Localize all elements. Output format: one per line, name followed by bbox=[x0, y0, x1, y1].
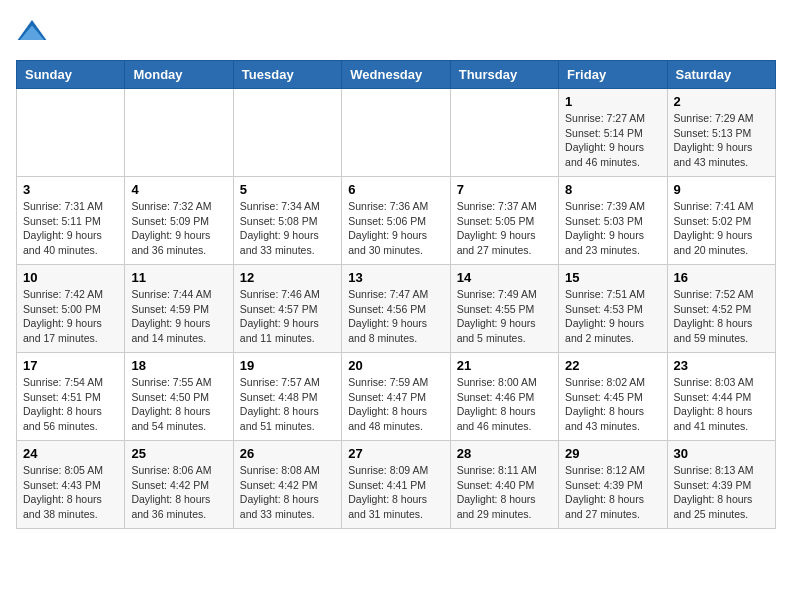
cell-2-2: 12Sunrise: 7:46 AM Sunset: 4:57 PM Dayli… bbox=[233, 265, 341, 353]
header-sunday: Sunday bbox=[17, 61, 125, 89]
header-friday: Friday bbox=[559, 61, 667, 89]
cell-1-1: 4Sunrise: 7:32 AM Sunset: 5:09 PM Daylig… bbox=[125, 177, 233, 265]
day-number: 11 bbox=[131, 270, 226, 285]
cell-1-5: 8Sunrise: 7:39 AM Sunset: 5:03 PM Daylig… bbox=[559, 177, 667, 265]
header bbox=[16, 16, 776, 48]
day-number: 24 bbox=[23, 446, 118, 461]
header-wednesday: Wednesday bbox=[342, 61, 450, 89]
logo bbox=[16, 16, 52, 48]
cell-3-0: 17Sunrise: 7:54 AM Sunset: 4:51 PM Dayli… bbox=[17, 353, 125, 441]
cell-3-3: 20Sunrise: 7:59 AM Sunset: 4:47 PM Dayli… bbox=[342, 353, 450, 441]
cell-2-0: 10Sunrise: 7:42 AM Sunset: 5:00 PM Dayli… bbox=[17, 265, 125, 353]
day-number: 22 bbox=[565, 358, 660, 373]
day-info: Sunrise: 7:39 AM Sunset: 5:03 PM Dayligh… bbox=[565, 199, 660, 258]
cell-2-5: 15Sunrise: 7:51 AM Sunset: 4:53 PM Dayli… bbox=[559, 265, 667, 353]
cell-4-2: 26Sunrise: 8:08 AM Sunset: 4:42 PM Dayli… bbox=[233, 441, 341, 529]
day-info: Sunrise: 7:51 AM Sunset: 4:53 PM Dayligh… bbox=[565, 287, 660, 346]
day-info: Sunrise: 7:46 AM Sunset: 4:57 PM Dayligh… bbox=[240, 287, 335, 346]
day-info: Sunrise: 7:27 AM Sunset: 5:14 PM Dayligh… bbox=[565, 111, 660, 170]
day-info: Sunrise: 7:42 AM Sunset: 5:00 PM Dayligh… bbox=[23, 287, 118, 346]
cell-0-4 bbox=[450, 89, 558, 177]
day-number: 7 bbox=[457, 182, 552, 197]
day-info: Sunrise: 7:32 AM Sunset: 5:09 PM Dayligh… bbox=[131, 199, 226, 258]
cell-4-6: 30Sunrise: 8:13 AM Sunset: 4:39 PM Dayli… bbox=[667, 441, 775, 529]
day-number: 3 bbox=[23, 182, 118, 197]
calendar-table: SundayMondayTuesdayWednesdayThursdayFrid… bbox=[16, 60, 776, 529]
day-info: Sunrise: 8:02 AM Sunset: 4:45 PM Dayligh… bbox=[565, 375, 660, 434]
day-info: Sunrise: 7:47 AM Sunset: 4:56 PM Dayligh… bbox=[348, 287, 443, 346]
day-info: Sunrise: 8:09 AM Sunset: 4:41 PM Dayligh… bbox=[348, 463, 443, 522]
day-info: Sunrise: 7:55 AM Sunset: 4:50 PM Dayligh… bbox=[131, 375, 226, 434]
day-number: 20 bbox=[348, 358, 443, 373]
day-info: Sunrise: 8:03 AM Sunset: 4:44 PM Dayligh… bbox=[674, 375, 769, 434]
day-info: Sunrise: 7:44 AM Sunset: 4:59 PM Dayligh… bbox=[131, 287, 226, 346]
cell-2-4: 14Sunrise: 7:49 AM Sunset: 4:55 PM Dayli… bbox=[450, 265, 558, 353]
day-number: 6 bbox=[348, 182, 443, 197]
cell-2-6: 16Sunrise: 7:52 AM Sunset: 4:52 PM Dayli… bbox=[667, 265, 775, 353]
day-info: Sunrise: 8:11 AM Sunset: 4:40 PM Dayligh… bbox=[457, 463, 552, 522]
cell-2-1: 11Sunrise: 7:44 AM Sunset: 4:59 PM Dayli… bbox=[125, 265, 233, 353]
day-info: Sunrise: 7:52 AM Sunset: 4:52 PM Dayligh… bbox=[674, 287, 769, 346]
cell-4-1: 25Sunrise: 8:06 AM Sunset: 4:42 PM Dayli… bbox=[125, 441, 233, 529]
day-number: 30 bbox=[674, 446, 769, 461]
day-info: Sunrise: 8:08 AM Sunset: 4:42 PM Dayligh… bbox=[240, 463, 335, 522]
day-info: Sunrise: 8:12 AM Sunset: 4:39 PM Dayligh… bbox=[565, 463, 660, 522]
day-info: Sunrise: 7:54 AM Sunset: 4:51 PM Dayligh… bbox=[23, 375, 118, 434]
calendar-header-row: SundayMondayTuesdayWednesdayThursdayFrid… bbox=[17, 61, 776, 89]
day-info: Sunrise: 7:36 AM Sunset: 5:06 PM Dayligh… bbox=[348, 199, 443, 258]
week-row-1: 3Sunrise: 7:31 AM Sunset: 5:11 PM Daylig… bbox=[17, 177, 776, 265]
day-number: 8 bbox=[565, 182, 660, 197]
cell-1-6: 9Sunrise: 7:41 AM Sunset: 5:02 PM Daylig… bbox=[667, 177, 775, 265]
cell-4-4: 28Sunrise: 8:11 AM Sunset: 4:40 PM Dayli… bbox=[450, 441, 558, 529]
day-info: Sunrise: 7:41 AM Sunset: 5:02 PM Dayligh… bbox=[674, 199, 769, 258]
day-number: 4 bbox=[131, 182, 226, 197]
cell-4-3: 27Sunrise: 8:09 AM Sunset: 4:41 PM Dayli… bbox=[342, 441, 450, 529]
cell-0-0 bbox=[17, 89, 125, 177]
day-number: 12 bbox=[240, 270, 335, 285]
day-number: 10 bbox=[23, 270, 118, 285]
day-info: Sunrise: 7:29 AM Sunset: 5:13 PM Dayligh… bbox=[674, 111, 769, 170]
day-number: 2 bbox=[674, 94, 769, 109]
week-row-2: 10Sunrise: 7:42 AM Sunset: 5:00 PM Dayli… bbox=[17, 265, 776, 353]
day-number: 19 bbox=[240, 358, 335, 373]
cell-0-6: 2Sunrise: 7:29 AM Sunset: 5:13 PM Daylig… bbox=[667, 89, 775, 177]
day-number: 16 bbox=[674, 270, 769, 285]
day-info: Sunrise: 8:06 AM Sunset: 4:42 PM Dayligh… bbox=[131, 463, 226, 522]
day-info: Sunrise: 7:57 AM Sunset: 4:48 PM Dayligh… bbox=[240, 375, 335, 434]
cell-1-4: 7Sunrise: 7:37 AM Sunset: 5:05 PM Daylig… bbox=[450, 177, 558, 265]
day-number: 9 bbox=[674, 182, 769, 197]
day-number: 23 bbox=[674, 358, 769, 373]
day-number: 26 bbox=[240, 446, 335, 461]
cell-1-0: 3Sunrise: 7:31 AM Sunset: 5:11 PM Daylig… bbox=[17, 177, 125, 265]
day-number: 13 bbox=[348, 270, 443, 285]
cell-3-1: 18Sunrise: 7:55 AM Sunset: 4:50 PM Dayli… bbox=[125, 353, 233, 441]
cell-0-1 bbox=[125, 89, 233, 177]
cell-3-2: 19Sunrise: 7:57 AM Sunset: 4:48 PM Dayli… bbox=[233, 353, 341, 441]
cell-4-5: 29Sunrise: 8:12 AM Sunset: 4:39 PM Dayli… bbox=[559, 441, 667, 529]
day-number: 17 bbox=[23, 358, 118, 373]
day-info: Sunrise: 7:34 AM Sunset: 5:08 PM Dayligh… bbox=[240, 199, 335, 258]
day-info: Sunrise: 7:31 AM Sunset: 5:11 PM Dayligh… bbox=[23, 199, 118, 258]
cell-2-3: 13Sunrise: 7:47 AM Sunset: 4:56 PM Dayli… bbox=[342, 265, 450, 353]
day-number: 28 bbox=[457, 446, 552, 461]
cell-4-0: 24Sunrise: 8:05 AM Sunset: 4:43 PM Dayli… bbox=[17, 441, 125, 529]
cell-0-2 bbox=[233, 89, 341, 177]
day-info: Sunrise: 8:05 AM Sunset: 4:43 PM Dayligh… bbox=[23, 463, 118, 522]
week-row-0: 1Sunrise: 7:27 AM Sunset: 5:14 PM Daylig… bbox=[17, 89, 776, 177]
day-number: 5 bbox=[240, 182, 335, 197]
cell-3-4: 21Sunrise: 8:00 AM Sunset: 4:46 PM Dayli… bbox=[450, 353, 558, 441]
cell-1-3: 6Sunrise: 7:36 AM Sunset: 5:06 PM Daylig… bbox=[342, 177, 450, 265]
day-info: Sunrise: 7:49 AM Sunset: 4:55 PM Dayligh… bbox=[457, 287, 552, 346]
day-info: Sunrise: 7:59 AM Sunset: 4:47 PM Dayligh… bbox=[348, 375, 443, 434]
header-thursday: Thursday bbox=[450, 61, 558, 89]
cell-0-3 bbox=[342, 89, 450, 177]
header-monday: Monday bbox=[125, 61, 233, 89]
header-tuesday: Tuesday bbox=[233, 61, 341, 89]
day-info: Sunrise: 8:13 AM Sunset: 4:39 PM Dayligh… bbox=[674, 463, 769, 522]
header-saturday: Saturday bbox=[667, 61, 775, 89]
day-number: 29 bbox=[565, 446, 660, 461]
week-row-4: 24Sunrise: 8:05 AM Sunset: 4:43 PM Dayli… bbox=[17, 441, 776, 529]
cell-1-2: 5Sunrise: 7:34 AM Sunset: 5:08 PM Daylig… bbox=[233, 177, 341, 265]
cell-0-5: 1Sunrise: 7:27 AM Sunset: 5:14 PM Daylig… bbox=[559, 89, 667, 177]
day-number: 14 bbox=[457, 270, 552, 285]
